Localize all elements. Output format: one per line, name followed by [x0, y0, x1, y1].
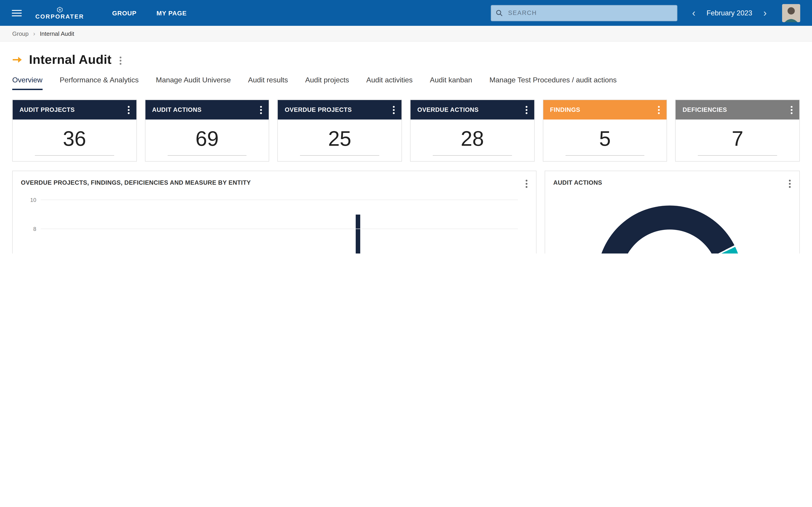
kpi-label: AUDIT ACTIONS — [152, 106, 201, 113]
tab-manage-test-procedures[interactable]: Manage Test Procedures / audit actions — [489, 76, 617, 90]
kpi-underline — [433, 155, 512, 156]
kpi-card-audit-actions[interactable]: AUDIT ACTIONS 69 — [145, 100, 269, 162]
orange-arrow-icon — [12, 56, 22, 64]
bar-category: Chile — [301, 200, 344, 253]
kpi-card-findings[interactable]: FINDINGS 5 — [543, 100, 667, 162]
menu-icon[interactable] — [12, 10, 22, 16]
kpi-body: 7 — [676, 119, 799, 161]
chevron-left-icon[interactable]: ‹ — [688, 8, 700, 18]
kpi-header: FINDINGS — [543, 100, 667, 119]
app-window: CORPORATER GROUP MY PAGE ‹ February 2023… — [0, 0, 812, 253]
breadcrumb-separator-icon: › — [33, 30, 35, 37]
kpi-menu-icon[interactable] — [789, 104, 794, 115]
date-label[interactable]: February 2023 — [703, 9, 756, 17]
bar-chart-title: OVERDUE PROJECTS, FINDINGS, DEFICIENCIES… — [21, 179, 251, 186]
breadcrumb-current: Internal Audit — [40, 30, 74, 37]
kpi-value: 7 — [732, 126, 743, 151]
kpi-underline — [35, 155, 114, 156]
kpi-underline — [168, 155, 247, 156]
tab-audit-projects[interactable]: Audit projects — [305, 76, 349, 90]
tab-audit-kanban[interactable]: Audit kanban — [430, 76, 472, 90]
tab-performance-analytics[interactable]: Performance & Analytics — [60, 76, 139, 90]
bar-group — [443, 200, 463, 253]
tab-audit-activities[interactable]: Audit activities — [366, 76, 413, 90]
nav-item-my-page[interactable]: MY PAGE — [157, 9, 187, 16]
bar-category: Great Britain — [84, 200, 127, 253]
kpi-underline — [698, 155, 777, 156]
bar-category: Berlin — [475, 200, 518, 253]
bar-group — [486, 200, 507, 253]
breadcrumb: Group › Internal Audit — [0, 26, 812, 42]
bar-category: India — [171, 200, 214, 253]
breadcrumb-group[interactable]: Group — [12, 30, 29, 37]
kpi-card-audit-projects[interactable]: AUDIT PROJECTS 36 — [12, 100, 137, 162]
search-box[interactable] — [491, 5, 678, 21]
kpi-label: DEFICIENCIES — [682, 106, 727, 113]
bar-group — [312, 200, 333, 253]
tab-manage-audit-universe[interactable]: Manage Audit Universe — [156, 76, 231, 90]
corporater-logo[interactable]: CORPORATER — [35, 7, 84, 19]
kpi-body: 25 — [278, 119, 401, 161]
top-navigation-bar: CORPORATER GROUP MY PAGE ‹ February 2023… — [0, 0, 812, 26]
gridline — [41, 229, 518, 229]
bar-group — [95, 200, 116, 253]
page-title-menu-icon[interactable] — [118, 55, 123, 66]
kpi-value: 5 — [599, 126, 611, 151]
y-tick-label: 8 — [33, 226, 36, 232]
top-nav-links: GROUP MY PAGE — [112, 9, 187, 16]
bar-groups: JapanGreat BritainUSAIndiaRomaniaBrazilC… — [41, 200, 518, 253]
tab-overview[interactable]: Overview — [12, 76, 42, 90]
bar-group — [226, 200, 247, 253]
logo-emblem-icon — [56, 7, 63, 12]
kpi-value: 36 — [63, 126, 86, 151]
panel-menu-icon[interactable] — [788, 178, 792, 189]
kpi-menu-icon[interactable] — [657, 104, 661, 115]
tab-audit-results[interactable]: Audit results — [248, 76, 288, 90]
kpi-body: 5 — [543, 119, 667, 161]
bar-category: Brazil — [258, 200, 301, 253]
kpi-label: OVERDUE ACTIONS — [417, 106, 479, 113]
bar-group — [356, 200, 376, 253]
kpi-value: 28 — [461, 126, 484, 151]
donut-chart[interactable] — [597, 206, 742, 253]
user-avatar[interactable] — [782, 4, 800, 22]
kpi-menu-icon[interactable] — [259, 104, 263, 115]
date-navigator: ‹ February 2023 › — [688, 8, 771, 18]
kpi-card-deficiencies[interactable]: DEFICIENCIES 7 — [675, 100, 800, 162]
bar-chart: 0246810 JapanGreat BritainUSAIndiaRomani… — [23, 200, 518, 253]
nav-item-group[interactable]: GROUP — [112, 9, 137, 16]
kpi-value: 25 — [328, 126, 351, 151]
kpi-body: 28 — [411, 119, 534, 161]
kpi-menu-icon[interactable] — [524, 104, 528, 115]
bar-category: Frankfurt — [388, 200, 431, 253]
bar-category: Japan — [41, 200, 84, 253]
bar-overdue-audit-projects[interactable] — [356, 215, 360, 253]
avatar-image — [782, 4, 800, 22]
y-axis: 0246810 — [23, 200, 36, 253]
kpi-label: OVERDUE PROJECTS — [285, 106, 352, 113]
tab-bar: Overview Performance & Analytics Manage … — [12, 76, 800, 90]
kpi-value: 69 — [196, 126, 219, 151]
page-title: Internal Audit — [29, 53, 111, 67]
kpi-header: AUDIT PROJECTS — [13, 100, 136, 119]
kpi-underline — [565, 155, 645, 156]
bar-plot: 0246810 JapanGreat BritainUSAIndiaRomani… — [41, 200, 518, 253]
bar-category: USA — [128, 200, 171, 253]
bar-group — [269, 200, 290, 253]
kpi-label: FINDINGS — [550, 106, 580, 113]
chevron-right-icon[interactable]: › — [759, 8, 771, 18]
kpi-header: OVERDUE ACTIONS — [411, 100, 534, 119]
kpi-menu-icon[interactable] — [392, 104, 396, 115]
kpi-body: 36 — [13, 119, 136, 161]
charts-row: OVERDUE PROJECTS, FINDINGS, DEFICIENCIES… — [12, 171, 800, 253]
kpi-label: AUDIT PROJECTS — [19, 106, 75, 113]
kpi-header: AUDIT ACTIONS — [145, 100, 269, 119]
kpi-card-overdue-actions[interactable]: OVERDUE ACTIONS 28 — [410, 100, 535, 162]
donut-chart-panel: AUDIT ACTIONS 7.25 % 92.75 % Actions rem… — [545, 171, 800, 253]
search-input[interactable] — [507, 9, 673, 17]
kpi-menu-icon[interactable] — [126, 104, 131, 115]
panel-menu-icon[interactable] — [524, 178, 529, 189]
kpi-card-overdue-projects[interactable]: OVERDUE PROJECTS 25 — [277, 100, 402, 162]
bar-group — [52, 200, 73, 253]
bar-category: London — [431, 200, 474, 253]
